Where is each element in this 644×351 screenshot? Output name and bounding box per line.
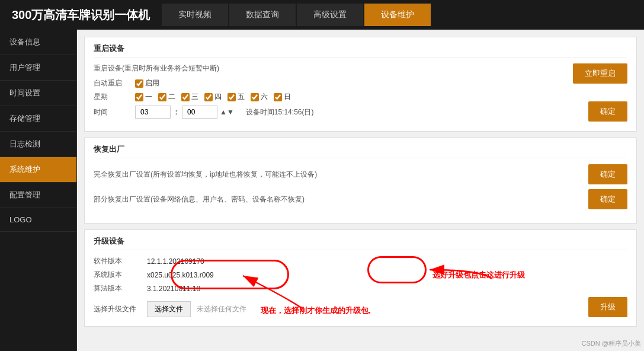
auto-restart-checkbox-item: 启用 (135, 78, 159, 88)
full-restore-confirm-button[interactable]: 确定 (588, 164, 627, 184)
algo-version-label: 算法版本 (94, 283, 147, 293)
partial-restore-text: 部分恢复出厂设置(设备网络信息、用户名、密码、设备名称不恢复) (94, 194, 588, 205)
algo-version-value: 3.1.20210811.18 (147, 285, 200, 293)
select-file-label: 选择升级文件 (94, 304, 147, 314)
system-version-value: x025.u025.k013.r009 (147, 271, 214, 279)
tab-device-maintenance[interactable]: 设备维护 (364, 4, 431, 26)
sidebar-item-device-info[interactable]: 设备信息 (0, 30, 76, 55)
app-title: 300万高清车牌识别一体机 (0, 7, 162, 23)
file-hint-text: 未选择任何文件 (197, 304, 246, 314)
upgrade-section: 升级设备 软件版本 12.1.1.202109170 系统版本 x025.u02… (84, 229, 637, 327)
weekday-sat: 六 (251, 92, 268, 102)
select-file-row: 选择升级文件 选择文件 未选择任何文件 (94, 301, 246, 317)
restore-section-title: 恢复出厂 (94, 144, 627, 158)
time-separator: ： (172, 107, 180, 117)
software-version-label: 软件版本 (94, 256, 147, 266)
watermark: CSDN @程序员小美 (582, 339, 641, 348)
sidebar-item-log-detect[interactable]: 日志检测 (0, 132, 76, 157)
header: 300万高清车牌识别一体机 实时视频 数据查询 高级设置 设备维护 (0, 0, 644, 30)
time-hour-input[interactable] (135, 106, 171, 119)
tab-realtime-video[interactable]: 实时视频 (162, 4, 228, 26)
upgrade-action-row: 选择升级文件 选择文件 未选择任何文件 升级 (94, 297, 627, 317)
sidebar-item-logo[interactable]: LOGO (0, 208, 76, 232)
restart-confirm-button[interactable]: 确定 (588, 101, 627, 122)
software-version-row: 软件版本 12.1.1.202109170 (94, 256, 627, 266)
partial-restore-row: 部分恢复出厂设置(设备网络信息、用户名、密码、设备名称不恢复) 确定 (94, 189, 627, 209)
restart-section-title: 重启设备 (94, 43, 627, 58)
weekday-tue: 二 (158, 92, 175, 102)
upgrade-section-title: 升级设备 (94, 236, 627, 250)
auto-restart-check-label: 启用 (145, 78, 159, 88)
restart-section: 重启设备 重启设备(重启时所有业务将会短暂中断) 自动重启 启用 星期 (84, 37, 637, 132)
weekday-label: 星期 (94, 92, 135, 102)
sidebar: 设备信息 用户管理 时间设置 存储管理 日志检测 系统维护 配置管理 LOGO (0, 30, 77, 351)
weekday-sun: 日 (274, 92, 291, 102)
software-version-value: 12.1.1.202109170 (147, 257, 204, 266)
weekday-mon: 一 (135, 92, 152, 102)
system-version-label: 系统版本 (94, 270, 147, 280)
full-restore-row: 完全恢复出厂设置(所有设置均恢复，ip地址也将恢复，可能连不上设备) 确定 (94, 164, 627, 184)
sidebar-item-user-mgmt[interactable]: 用户管理 (0, 55, 76, 81)
sidebar-item-system-maint[interactable]: 系统维护 (0, 157, 76, 183)
device-time: 设备时间15:14:56(日) (246, 107, 314, 117)
sidebar-item-time-settings[interactable]: 时间设置 (0, 81, 76, 106)
select-file-button[interactable]: 选择文件 (147, 301, 191, 317)
tab-data-query[interactable]: 数据查询 (229, 4, 296, 26)
upgrade-button[interactable]: 升级 (588, 297, 627, 317)
weekday-wed: 三 (181, 92, 198, 102)
weekday-fri: 五 (228, 92, 245, 102)
system-version-row: 系统版本 x025.u025.k013.r009 (94, 270, 627, 280)
auto-restart-checkbox[interactable] (135, 79, 143, 88)
full-restore-text: 完全恢复出厂设置(所有设置均恢复，ip地址也将恢复，可能连不上设备) (94, 170, 588, 180)
layout: 设备信息 用户管理 时间设置 存储管理 日志检测 系统维护 配置管理 LOGO … (0, 30, 644, 351)
sidebar-item-config-mgmt[interactable]: 配置管理 (0, 183, 76, 208)
sidebar-item-storage-mgmt[interactable]: 存储管理 (0, 106, 76, 132)
algo-version-row: 算法版本 3.1.20210811.18 (94, 283, 627, 293)
nav-tabs: 实时视频 数据查询 高级设置 设备维护 (162, 4, 431, 26)
time-label: 时间 (94, 107, 135, 117)
restore-section: 恢复出厂 完全恢复出厂设置(所有设置均恢复，ip地址也将恢复，可能连不上设备) … (84, 138, 637, 224)
file-input-area: 选择文件 未选择任何文件 (147, 301, 246, 317)
partial-restore-confirm-button[interactable]: 确定 (588, 189, 627, 209)
restart-desc: 重启设备(重启时所有业务将会短暂中断) (94, 63, 561, 74)
restart-now-button[interactable]: 立即重启 (573, 63, 627, 84)
time-stepper[interactable]: ▲▼ (220, 108, 234, 116)
weekday-thu: 四 (204, 92, 222, 102)
weekday-checkboxes: 一 二 三 四 五 六 日 (135, 92, 291, 102)
auto-restart-label: 自动重启 (94, 78, 135, 88)
tab-advanced-settings[interactable]: 高级设置 (297, 4, 363, 26)
main-content: 重启设备 重启设备(重启时所有业务将会短暂中断) 自动重启 启用 星期 (77, 30, 644, 351)
time-minute-input[interactable] (182, 106, 217, 119)
